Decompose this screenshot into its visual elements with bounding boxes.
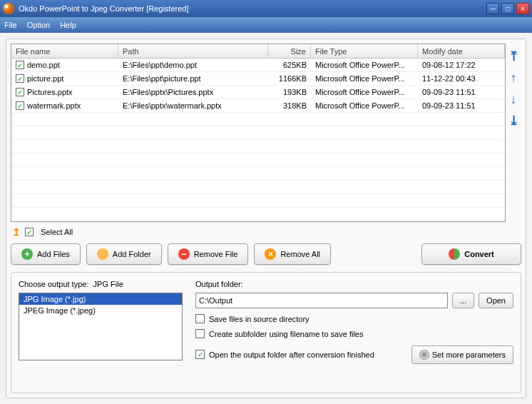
- menu-option[interactable]: Option: [27, 21, 50, 29]
- move-up-icon[interactable]: ↑: [508, 72, 519, 84]
- row-checkbox[interactable]: ✓: [16, 101, 24, 110]
- col-header-name[interactable]: File name: [11, 44, 118, 58]
- up-folder-icon[interactable]: ↥: [12, 226, 21, 238]
- remove-all-button[interactable]: ×Remove All: [254, 243, 331, 265]
- open-button[interactable]: Open: [479, 293, 513, 308]
- list-item[interactable]: JPG Image (*.jpg): [19, 293, 182, 305]
- minimize-button[interactable]: ─: [486, 3, 499, 14]
- row-checkbox[interactable]: ✓: [16, 74, 24, 83]
- row-checkbox[interactable]: ✓: [16, 88, 24, 96]
- app-icon: [3, 3, 14, 14]
- table-row[interactable]: ✓watermark.pptxE:\Files\pptx\watermark.p…: [11, 99, 505, 113]
- menubar: File Option Help: [0, 17, 532, 33]
- output-type-label: Choose output type:: [19, 280, 88, 288]
- table-row[interactable]: ✓Pictures.pptxE:\Files\pptx\Pictures.ppt…: [11, 86, 505, 99]
- folder-icon: [97, 248, 108, 260]
- window-title: Okdo PowerPoint to Jpeg Converter [Regis…: [19, 4, 486, 13]
- close-button[interactable]: ×: [516, 3, 529, 14]
- row-checkbox[interactable]: ✓: [16, 61, 24, 69]
- table-row[interactable]: ✓demo.pptE:\Files\ppt\demo.ppt625KBMicro…: [11, 59, 505, 72]
- file-table[interactable]: File name Path Size File Type Modify dat…: [11, 44, 506, 222]
- save-in-source-checkbox[interactable]: [195, 314, 205, 323]
- output-type-current: JPG File: [93, 280, 123, 288]
- move-down-icon[interactable]: ↓: [508, 94, 519, 105]
- set-more-parameters-button[interactable]: Set more parameters: [411, 345, 513, 364]
- remove-file-button[interactable]: −Remove File: [168, 243, 249, 265]
- select-all-checkbox[interactable]: ✓: [25, 228, 34, 236]
- col-header-type[interactable]: File Type: [311, 44, 418, 58]
- x-icon: ×: [265, 248, 276, 260]
- plus-icon: +: [21, 248, 33, 260]
- output-folder-input[interactable]: [195, 293, 448, 308]
- add-folder-button[interactable]: Add Folder: [86, 243, 162, 265]
- minus-icon: −: [178, 248, 190, 260]
- gear-icon: [419, 350, 429, 360]
- table-row[interactable]: ✓picture.pptE:\Files\ppt\picture.ppt1166…: [11, 72, 505, 86]
- move-bottom-icon[interactable]: ⤓: [508, 115, 519, 126]
- col-header-size[interactable]: Size: [268, 44, 311, 58]
- maximize-button[interactable]: □: [501, 3, 514, 14]
- create-subfolder-checkbox[interactable]: [195, 329, 205, 338]
- output-folder-label: Output folder:: [195, 280, 513, 288]
- col-header-date[interactable]: Modify date: [418, 44, 505, 58]
- col-header-path[interactable]: Path: [118, 44, 268, 58]
- menu-file[interactable]: File: [4, 21, 17, 29]
- add-files-button[interactable]: +Add Files: [11, 243, 81, 265]
- list-item[interactable]: JPEG Image (*.jpeg): [19, 305, 182, 316]
- select-all-label: Select All: [41, 228, 73, 236]
- move-top-icon[interactable]: ⤒: [508, 51, 519, 62]
- save-in-source-label: Save files in source directory: [209, 315, 310, 323]
- output-type-listbox[interactable]: JPG Image (*.jpg) JPEG Image (*.jpeg): [19, 293, 183, 360]
- browse-button[interactable]: ...: [452, 293, 474, 308]
- open-after-checkbox[interactable]: ✓: [195, 350, 205, 359]
- open-after-label: Open the output folder after conversion …: [209, 350, 374, 359]
- titlebar: Okdo PowerPoint to Jpeg Converter [Regis…: [0, 0, 532, 17]
- create-subfolder-label: Create subfolder using filename to save …: [209, 330, 363, 338]
- convert-button[interactable]: Convert: [421, 243, 521, 265]
- menu-help[interactable]: Help: [60, 21, 76, 29]
- convert-icon: [449, 248, 460, 260]
